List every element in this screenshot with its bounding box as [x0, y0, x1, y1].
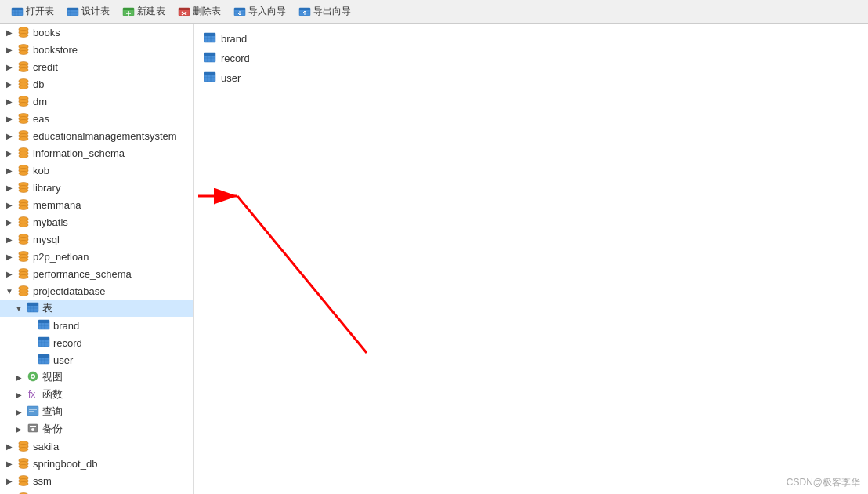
delete-table-label: 删除表: [193, 5, 221, 18]
svg-rect-1: [12, 8, 23, 10]
sidebar-item-label: kob: [33, 165, 49, 176]
export-wizard-button[interactable]: 导出向导: [294, 3, 356, 20]
expand-arrow[interactable]: ▶: [5, 165, 14, 175]
sidebar-item-mysql[interactable]: ▶mysql: [0, 231, 193, 248]
svg-point-28: [19, 51, 28, 55]
sidebar-item-label: springboot_db: [33, 458, 97, 470]
svg-point-31: [19, 68, 28, 72]
expand-arrow[interactable]: ▶: [14, 407, 24, 416]
svg-rect-128: [204, 53, 215, 56]
svg-point-37: [19, 103, 28, 107]
sidebar-item-p2p_netloan[interactable]: ▶p2p_netloan: [0, 248, 193, 265]
svg-point-52: [19, 189, 28, 193]
expand-arrow[interactable]: ▼: [5, 286, 14, 296]
expand-arrow[interactable]: ▶: [5, 114, 14, 123]
new-table-button[interactable]: 新建表: [118, 3, 170, 20]
sidebar-item-label: 表: [42, 301, 52, 315]
expand-arrow[interactable]: ▶: [14, 424, 24, 434]
content-table-record[interactable]: record: [201, 49, 862, 67]
expand-arrow[interactable]: ▶: [5, 79, 14, 89]
expand-arrow[interactable]: ▶: [5, 27, 14, 37]
content-table-label: brand: [221, 33, 247, 45]
table-icon: [27, 301, 39, 316]
sidebar-item-information_schema[interactable]: ▶information_schema: [0, 144, 193, 162]
db-icon: [17, 78, 30, 90]
table-icon: [204, 31, 216, 46]
expand-arrow[interactable]: ▼: [14, 303, 24, 313]
sidebar-item-brand[interactable]: ▶brand: [0, 317, 193, 334]
db-icon: [17, 250, 30, 263]
sidebar-item-db[interactable]: ▶db: [0, 75, 193, 93]
svg-rect-123: [204, 33, 215, 36]
expand-arrow[interactable]: ▶: [5, 441, 14, 451]
db-icon: [17, 457, 30, 470]
expand-arrow[interactable]: ▶: [14, 372, 24, 382]
sidebar-item-springboot_db[interactable]: ▶springboot_db: [0, 455, 193, 472]
expand-arrow[interactable]: ▶: [5, 148, 14, 158]
sidebar-item-label: books: [33, 27, 60, 38]
import-wizard-icon: [233, 5, 246, 18]
sidebar-item-record[interactable]: ▶record: [0, 334, 193, 351]
content-table-brand[interactable]: brand: [201, 30, 862, 48]
expand-arrow[interactable]: ▶: [5, 234, 14, 244]
sidebar-item-performance_schema[interactable]: ▶performance_schema: [0, 265, 193, 282]
db-icon: [17, 440, 30, 452]
content-table-user[interactable]: user: [201, 69, 862, 87]
expand-arrow[interactable]: ▶: [5, 252, 14, 261]
design-table-label: 设计表: [81, 5, 110, 18]
sidebar-item-educationalmanagementsystem[interactable]: ▶educationalmanagementsystem: [0, 127, 193, 144]
expand-arrow[interactable]: ▶: [5, 131, 14, 140]
sidebar-item-label: db: [33, 78, 44, 90]
expand-arrow[interactable]: ▶: [5, 459, 14, 468]
sidebar-item-ssm[interactable]: ▶ssm: [0, 472, 193, 489]
sidebar-item-books[interactable]: ▶books: [0, 24, 193, 41]
expand-arrow[interactable]: ▶: [14, 390, 24, 399]
sidebar-item-查询[interactable]: ▶查询: [0, 403, 193, 420]
sidebar-item-user[interactable]: ▶user: [0, 351, 193, 369]
design-table-icon: [67, 5, 79, 18]
import-wizard-button[interactable]: 导入向导: [229, 3, 291, 20]
sidebar-item-credit[interactable]: ▶credit: [0, 58, 193, 75]
sidebar-item-表[interactable]: ▼表: [0, 300, 193, 317]
sidebar-item-label: ssm: [33, 475, 52, 487]
sidebar-item-projectdatabase[interactable]: ▼projectdatabase: [0, 282, 193, 300]
sidebar-item-kob[interactable]: ▶kob: [0, 162, 193, 179]
sidebar-item-eas[interactable]: ▶eas: [0, 110, 193, 127]
svg-rect-10: [123, 8, 134, 10]
expand-arrow[interactable]: ▶: [5, 476, 14, 485]
sidebar-item-bookstore[interactable]: ▶bookstore: [0, 41, 193, 58]
sidebar-item-memmana[interactable]: ▶memmana: [0, 196, 193, 213]
sidebar-item-备份[interactable]: ▶备份: [0, 420, 193, 438]
expand-arrow[interactable]: ▶: [5, 217, 14, 227]
sidebar-item-library[interactable]: ▶library: [0, 179, 193, 196]
sidebar-item-sakila[interactable]: ▶sakila: [0, 438, 193, 455]
open-table-button[interactable]: 打开表: [6, 3, 59, 20]
db-icon: [17, 129, 30, 142]
expand-arrow[interactable]: ▶: [5, 45, 14, 54]
sidebar-item-视图[interactable]: ▶视图: [0, 369, 193, 386]
sidebar-item-函数[interactable]: ▶fx函数: [0, 386, 193, 403]
sidebar-item-dm[interactable]: ▶dm: [0, 93, 193, 110]
func-icon: fx: [27, 387, 39, 402]
sidebar-item-label: p2p_netloan: [33, 251, 89, 263]
expand-arrow[interactable]: ▶: [5, 96, 14, 106]
db-icon: [17, 267, 30, 280]
expand-arrow[interactable]: ▶: [5, 200, 14, 209]
delete-table-icon: [178, 5, 190, 18]
db-icon: [17, 216, 30, 228]
design-table-button[interactable]: 设计表: [62, 3, 114, 20]
sidebar-item-sys[interactable]: ▶sys: [0, 489, 193, 494]
expand-arrow[interactable]: ▶: [5, 269, 14, 278]
svg-rect-77: [38, 320, 49, 323]
expand-arrow[interactable]: ▶: [5, 183, 14, 192]
sidebar-item-mybatis[interactable]: ▶mybatis: [0, 213, 193, 231]
svg-point-46: [19, 154, 28, 158]
new-table-icon: [122, 5, 135, 18]
svg-point-103: [19, 448, 28, 452]
sidebar-item-label: 视图: [42, 370, 63, 384]
svg-point-67: [19, 275, 28, 279]
delete-table-button[interactable]: 删除表: [173, 3, 226, 20]
svg-point-34: [19, 85, 28, 89]
sidebar: ▶books▶bookstore▶credit▶db▶dm▶eas▶educat…: [0, 24, 194, 494]
expand-arrow[interactable]: ▶: [5, 62, 14, 71]
